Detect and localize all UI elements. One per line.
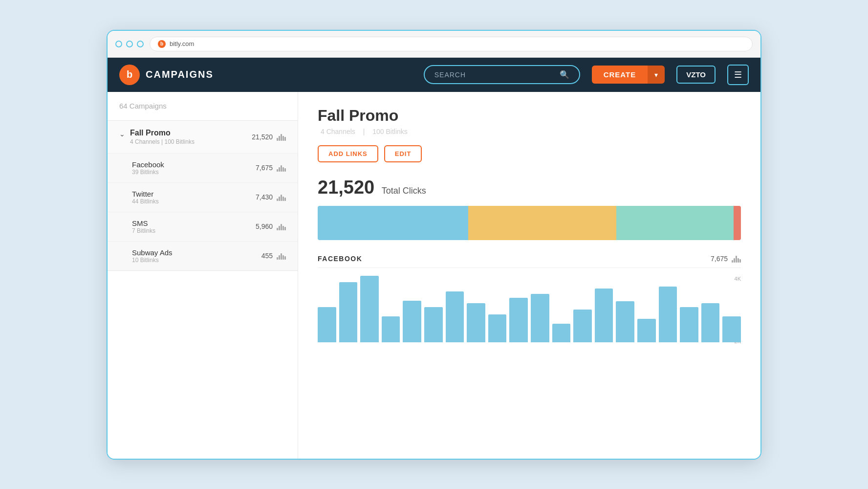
browser-chrome: b bitly.com [108,31,760,58]
add-links-button[interactable]: ADD LINKS [318,145,378,162]
bitly-logo: b [119,65,140,85]
bar-chart-icon [277,222,286,230]
chart-bar [616,301,634,342]
sidebar: 64 Campaigns ⌄ Fall Promo 4 Channels | 1… [108,92,298,459]
channel-list: Facebook 39 Bitlinks 7,675 [108,153,298,270]
app: b CAMPAIGNS 🔍 CREATE ▾ VZTO ☰ 64 Campaig… [108,58,760,459]
search-input[interactable] [434,71,555,79]
create-dropdown-button[interactable]: ▾ [648,66,665,84]
channel-clicks: 7,675 [256,164,273,172]
channel-info-sms: SMS 7 Bitlinks [132,219,155,234]
nav-logo: b CAMPAIGNS [119,65,214,85]
bar-chart-icon [277,193,286,201]
chart-bar [722,316,741,342]
section-title: FACEBOOK [318,255,362,263]
separator: | [363,128,367,135]
campaigns-count: 64 Campaigns [119,102,167,110]
channel-info-facebook: Facebook 39 Bitlinks [132,160,164,176]
edit-button[interactable]: EDIT [384,145,422,162]
bar-chart-icon [732,255,741,263]
channel-meta: 44 Bitlinks [132,198,159,205]
chart-bar [595,289,613,342]
campaign-info: Fall Promo 4 Channels | 100 Bitlinks [130,129,195,145]
campaign-left: ⌄ Fall Promo 4 Channels | 100 Bitlinks [119,129,195,145]
channel-meta: 39 Bitlinks [132,169,164,176]
stacked-bar-chart [318,206,741,240]
section-header-facebook: FACEBOOK 7,675 [318,255,741,268]
channel-meta: 7 Bitlinks [132,227,155,234]
campaign-title: Fall Promo [318,107,741,125]
chart-bar [424,307,443,342]
section-count: 7,675 [711,255,741,263]
main-channels: 4 Channels [321,128,355,135]
campaign-item-fall-promo: ⌄ Fall Promo 4 Channels | 100 Bitlinks 2… [108,121,298,271]
navigation: b CAMPAIGNS 🔍 CREATE ▾ VZTO ☰ [108,58,760,92]
hamburger-menu-button[interactable]: ☰ [727,65,749,85]
channel-item-subway-ads[interactable]: Subway Ads 10 Bitlinks 455 [108,241,298,270]
chart-bar [488,314,507,342]
chart-bar [659,287,677,342]
site-favicon: b [158,40,166,48]
browser-url-bar[interactable]: b bitly.com [150,37,753,51]
channel-item-facebook[interactable]: Facebook 39 Bitlinks 7,675 [108,153,298,182]
bar-segment [734,206,741,240]
chart-bar [509,298,528,342]
main-bitlinks: 100 Bitlinks [372,128,408,135]
chart-bar [680,307,698,342]
browser-dot-1[interactable] [115,41,122,47]
action-buttons: ADD LINKS EDIT [318,145,741,162]
bar-segment [318,206,468,240]
chart-bar [382,316,400,342]
search-bar[interactable]: 🔍 [424,65,580,84]
chart-bar [318,307,336,342]
user-account-button[interactable]: VZTO [676,66,716,84]
channel-stats: 7,675 [256,164,286,172]
channel-clicks: 7,430 [256,193,273,201]
bar-chart-icon [277,252,286,260]
search-icon: 🔍 [560,70,569,79]
campaign-subtitle: 4 Channels | 100 Bitlinks [318,128,741,135]
content-area: 64 Campaigns ⌄ Fall Promo 4 Channels | 1… [108,92,760,459]
channel-info-subway-ads: Subway Ads 10 Bitlinks [132,248,173,264]
url-text: bitly.com [170,40,194,47]
create-button[interactable]: CREATE [592,66,648,84]
sidebar-header: 64 Campaigns [108,92,298,121]
section-clicks: 7,675 [711,255,728,263]
campaign-main-row[interactable]: ⌄ Fall Promo 4 Channels | 100 Bitlinks 2… [108,121,298,153]
channel-stats: 5,960 [256,222,286,230]
nav-title: CAMPAIGNS [146,69,214,80]
channel-stats: 455 [261,252,286,260]
total-clicks-number: 21,520 [318,177,374,198]
channel-meta: 10 Bitlinks [132,257,173,264]
channel-name: SMS [132,219,155,227]
channel-item-sms[interactable]: SMS 7 Bitlinks 5,960 [108,212,298,241]
browser-dot-3[interactable] [137,41,144,47]
channel-name: Facebook [132,160,164,169]
bar-chart-container: 4K 2K [318,276,741,344]
campaign-clicks: 21,520 [252,133,273,141]
create-btn-group: CREATE ▾ [592,66,665,84]
browser-window: b bitly.com b CAMPAIGNS 🔍 CREATE ▾ VZTO [107,30,761,460]
chart-bar [701,303,720,342]
channel-clicks: 5,960 [256,222,273,230]
bar-chart-icon [277,164,286,172]
chart-bar [531,294,549,342]
chart-bar [403,301,421,342]
chart-bar [552,324,571,342]
total-clicks-label: Total Clicks [382,186,426,196]
chart-bar [637,319,656,342]
campaign-name: Fall Promo [130,129,195,137]
channel-clicks: 455 [261,252,273,260]
chart-bar [467,303,485,342]
chevron-icon: ⌄ [119,130,125,138]
channel-item-twitter[interactable]: Twitter 44 Bitlinks 7,430 [108,182,298,212]
channel-stats: 7,430 [256,193,286,201]
bar-chart-icon [277,133,286,141]
chart-bar [446,291,464,342]
bar-segment [616,206,734,240]
total-clicks: 21,520 Total Clicks [318,177,741,198]
browser-dots [115,41,144,47]
chart-bar [339,282,358,342]
browser-dot-2[interactable] [126,41,133,47]
channel-info-twitter: Twitter 44 Bitlinks [132,190,159,205]
